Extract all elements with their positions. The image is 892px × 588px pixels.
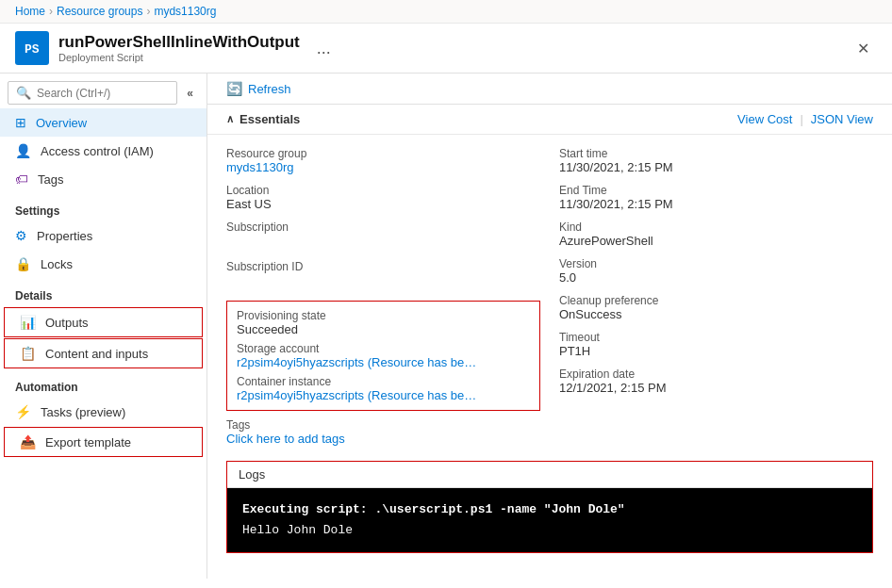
- field-label: Expiration date: [559, 368, 873, 381]
- field-provisioning-state: Provisioning state Succeeded: [237, 309, 530, 342]
- tasks-icon: ⚡: [15, 404, 31, 419]
- logs-section: Logs Executing script: .\userscript.ps1 …: [226, 461, 873, 553]
- breadcrumb-current[interactable]: myds1130rg: [154, 5, 216, 18]
- log-line-1: Executing script: .\userscript.ps1 -name…: [242, 499, 857, 520]
- field-value: East US: [226, 197, 540, 211]
- logs-header: Logs: [227, 462, 872, 488]
- field-start-time: Start time 11/30/2021, 2:15 PM: [559, 142, 873, 179]
- field-resource-group: Resource group myds1130rg: [226, 142, 540, 179]
- sidebar-item-outputs[interactable]: 📊 Outputs: [4, 307, 203, 337]
- search-box[interactable]: 🔍: [8, 81, 177, 105]
- field-timeout: Timeout PT1H: [559, 326, 873, 363]
- sidebar-item-locks[interactable]: 🔒 Locks: [0, 250, 206, 278]
- export-icon: 📤: [20, 434, 36, 449]
- sidebar-item-export[interactable]: 📤 Export template: [4, 427, 203, 457]
- powershell-icon: PS: [22, 38, 42, 58]
- view-cost-link[interactable]: View Cost: [737, 112, 792, 126]
- field-label: Cleanup preference: [559, 294, 873, 307]
- field-value[interactable]: myds1130rg: [226, 160, 540, 174]
- tags-label: Tags: [226, 418, 540, 432]
- app-icon: PS: [15, 31, 49, 65]
- iam-icon: 👤: [15, 143, 31, 158]
- storage-account-label: Storage account: [237, 342, 530, 355]
- field-label: Start time: [559, 147, 873, 160]
- field-label: Version: [559, 257, 873, 270]
- more-options-button[interactable]: ...: [309, 37, 339, 60]
- field-tags: Tags Click here to add tags: [226, 411, 540, 449]
- page-title: runPowerShellInlineWithOutput: [58, 33, 300, 52]
- sidebar-item-tasks[interactable]: ⚡ Tasks (preview): [0, 398, 206, 426]
- field-value: PT1H: [559, 344, 873, 358]
- search-icon: 🔍: [16, 86, 31, 100]
- logs-body: Executing script: .\userscript.ps1 -name…: [227, 488, 872, 552]
- field-value: 11/30/2021, 2:15 PM: [559, 160, 873, 174]
- field-cleanup: Cleanup preference OnSuccess: [559, 289, 873, 326]
- field-location: Location East US: [226, 179, 540, 216]
- essentials-toggle[interactable]: ∧ Essentials: [226, 112, 300, 126]
- collapse-sidebar-button[interactable]: «: [181, 83, 199, 104]
- field-value: AzurePowerShell: [559, 234, 873, 248]
- container-value[interactable]: r2psim4oyi5hyazscripts (Resource has bee…: [237, 388, 482, 402]
- field-value: [226, 273, 540, 290]
- outputs-icon: 📊: [20, 315, 36, 330]
- breadcrumb-sep2: ›: [146, 5, 150, 18]
- automation-section-label: Automation: [0, 369, 206, 398]
- field-subscription-id: Subscription ID: [226, 255, 540, 295]
- overview-icon: ⊞: [15, 115, 26, 130]
- search-input[interactable]: [37, 87, 169, 100]
- field-subscription: Subscription: [226, 216, 540, 255]
- breadcrumb-resource-groups[interactable]: Resource groups: [57, 5, 142, 18]
- divider: |: [800, 112, 802, 126]
- chevron-up-icon: ∧: [226, 113, 234, 125]
- svg-text:PS: PS: [25, 42, 40, 57]
- locks-icon: 🔒: [15, 256, 31, 271]
- json-view-link[interactable]: JSON View: [811, 112, 873, 126]
- field-label: End Time: [559, 184, 873, 197]
- sidebar-item-iam[interactable]: 👤 Access control (IAM): [0, 137, 206, 165]
- provisioning-state-label: Provisioning state: [237, 309, 530, 322]
- field-value: 5.0: [559, 270, 873, 285]
- sidebar-item-overview[interactable]: ⊞ Overview: [0, 108, 206, 137]
- refresh-icon: 🔄: [226, 81, 242, 96]
- field-label: Kind: [559, 220, 873, 234]
- field-label: Subscription ID: [226, 260, 540, 273]
- title-block: runPowerShellInlineWithOutput Deployment…: [58, 33, 300, 63]
- field-label: Timeout: [559, 331, 873, 344]
- field-label: Subscription: [226, 220, 540, 234]
- refresh-button[interactable]: 🔄 Refresh: [226, 81, 291, 96]
- properties-icon: ⚙: [15, 228, 27, 243]
- provisioning-state-value: Succeeded: [237, 322, 530, 336]
- page-subtitle: Deployment Script: [58, 52, 300, 63]
- content-area: 🔄 Refresh ∧ Essentials View Cost | JSON …: [207, 74, 892, 579]
- storage-account-value[interactable]: r2psim4oyi5hyazscripts (Resource has bee…: [237, 355, 482, 369]
- breadcrumb-home[interactable]: Home: [15, 5, 45, 18]
- tags-link[interactable]: Click here to add tags: [226, 432, 540, 446]
- content-inputs-icon: 📋: [20, 346, 36, 361]
- container-label: Container instance: [237, 375, 530, 388]
- field-value: [226, 234, 540, 251]
- field-storage-account: Storage account r2psim4oyi5hyazscripts (…: [237, 342, 530, 375]
- field-expiration: Expiration date 12/1/2021, 2:15 PM: [559, 363, 873, 400]
- field-container: Container instance r2psim4oyi5hyazscript…: [237, 375, 530, 402]
- sidebar-item-properties[interactable]: ⚙ Properties: [0, 221, 206, 250]
- field-label: Location: [226, 184, 540, 197]
- sidebar-item-tags[interactable]: 🏷 Tags: [0, 165, 206, 193]
- field-version: Version 5.0: [559, 253, 873, 289]
- log-line-2: Hello John Dole: [242, 520, 857, 541]
- field-value: OnSuccess: [559, 307, 873, 321]
- tags-icon: 🏷: [15, 172, 28, 187]
- field-label: Resource group: [226, 147, 540, 160]
- sidebar-item-content-inputs[interactable]: 📋 Content and inputs: [4, 338, 203, 368]
- settings-section-label: Settings: [0, 193, 206, 221]
- breadcrumb-sep1: ›: [49, 5, 53, 18]
- details-section-label: Details: [0, 278, 206, 306]
- field-end-time: End Time 11/30/2021, 2:15 PM: [559, 179, 873, 216]
- sidebar: 🔍 « ⊞ Overview 👤 Access control (IAM) 🏷 …: [0, 74, 207, 579]
- field-value: 12/1/2021, 2:15 PM: [559, 381, 873, 395]
- provisioning-section: Provisioning state Succeeded Storage acc…: [226, 301, 540, 411]
- field-value: 11/30/2021, 2:15 PM: [559, 197, 873, 211]
- close-button[interactable]: ✕: [850, 36, 877, 61]
- field-kind: Kind AzurePowerShell: [559, 216, 873, 253]
